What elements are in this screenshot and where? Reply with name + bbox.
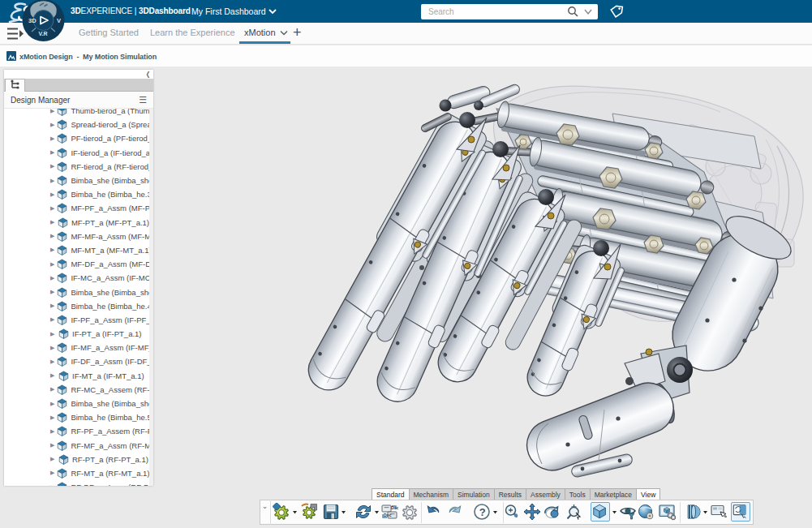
svg-text:V: V xyxy=(57,17,61,24)
svg-text:V.R: V.R xyxy=(39,31,48,36)
svg-text:Doc: Doc xyxy=(384,513,392,517)
svg-text:?: ? xyxy=(479,506,486,518)
svg-text:3D: 3D xyxy=(28,17,37,24)
svg-text:Doc: Doc xyxy=(391,505,398,510)
